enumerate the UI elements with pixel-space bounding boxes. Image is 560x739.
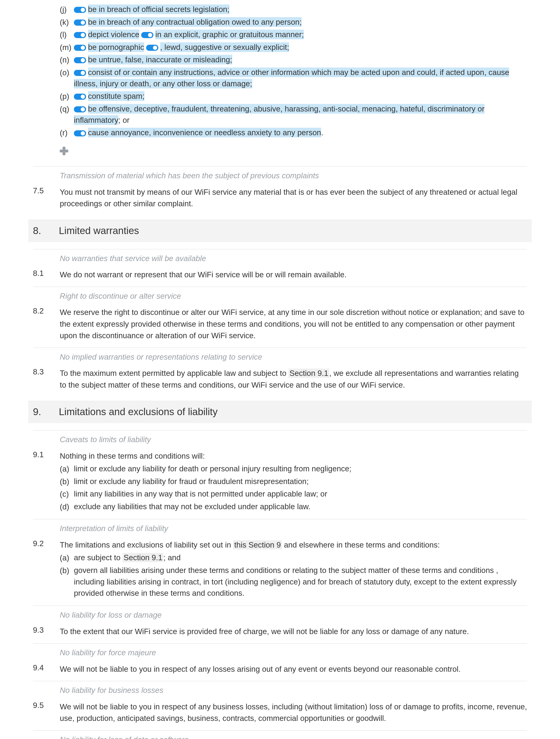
clause-8-2: 8.2 We reserve the right to discontinue … — [33, 304, 527, 344]
section-8-header: 8. Limited warranties — [28, 219, 532, 242]
sub-item: (n)be untrue, false, inaccurate or misle… — [60, 54, 527, 66]
sub-item: (d)exclude any liabilities that may not … — [60, 501, 527, 513]
toggle-icon[interactable] — [146, 45, 158, 51]
sub-item: (j)be in breach of official secrets legi… — [60, 4, 527, 15]
sub-item: (c)limit any liabilities in any way that… — [60, 488, 527, 500]
sub-item: (l)depict violencein an explicit, graphi… — [60, 29, 527, 41]
section-9-header: 9. Limitations and exclusions of liabili… — [28, 401, 532, 423]
clause-9-1: 9.1 Nothing in these terms and condition… — [33, 447, 527, 516]
clause-number: 7.5 — [33, 186, 60, 195]
clause-7-5: 7.5 You must not transmit by means of ou… — [33, 183, 527, 212]
section-title: Limited warranties — [59, 225, 139, 237]
cross-ref-9-1[interactable]: Section 9.1 — [288, 368, 329, 378]
caption-9-3: No liability for loss or damage — [33, 606, 527, 623]
toggle-icon[interactable] — [74, 70, 86, 76]
caption-9-2: Interpretation of limits of liability — [33, 519, 527, 536]
sub-item-b: (b)govern all liabilities arising under … — [60, 565, 527, 599]
sub-item: (q)be offensive, deceptive, fraudulent, … — [60, 103, 527, 126]
sub-item: (r)cause annoyance, inconvenience or nee… — [60, 127, 527, 139]
toggle-icon[interactable] — [74, 32, 86, 38]
clause-9-5: 9.5We will not be liable to you in respe… — [33, 698, 527, 727]
icon-row — [33, 142, 527, 163]
sub-item: (a)limit or exclude any liability for de… — [60, 463, 527, 475]
target-icon — [60, 147, 68, 155]
caption-8-3: No implied warranties or representations… — [33, 348, 527, 365]
toggle-icon[interactable] — [74, 19, 86, 26]
caption-text: Transmission of material which has been … — [60, 171, 319, 180]
toggle-icon[interactable] — [74, 57, 86, 63]
sub-item: (p)constitute spam; — [60, 91, 527, 102]
toggle-icon[interactable] — [74, 130, 86, 136]
caption-8-2: Right to discontinue or alter service — [33, 287, 527, 304]
caption-8-1: No warranties that service will be avail… — [33, 249, 527, 266]
caption-9-6: No liability for loss of data or softwar… — [33, 730, 527, 739]
caption-9-1: Caveats to limits of liability — [33, 430, 527, 447]
cross-ref-section-9[interactable]: this Section 9 — [233, 540, 282, 550]
clause-8-1: 8.1 We do not warrant or represent that … — [33, 266, 527, 283]
toggle-icon[interactable] — [74, 45, 86, 51]
clause-9-3: 9.3To the extent that our WiFi service i… — [33, 623, 527, 640]
toggle-icon[interactable] — [74, 7, 86, 13]
toggle-icon[interactable] — [74, 94, 86, 100]
caption-7-5: Transmission of material which has been … — [33, 166, 527, 183]
sub-item: (m)be pornographic, lewd, suggestive or … — [60, 42, 527, 53]
sub-item: (k)be in breach of any contractual oblig… — [60, 16, 527, 28]
cross-ref-9-1-b[interactable]: Section 9.1 — [123, 553, 163, 562]
sub-item-a: (a)are subject to Section 9.1; and — [60, 552, 527, 564]
sub-item: (b)limit or exclude any liability for fr… — [60, 476, 527, 487]
caption-9-4: No liability for force majeure — [33, 643, 527, 660]
caption-9-5: No liability for business losses — [33, 681, 527, 698]
sub-item: (o)consist of or contain any instruction… — [60, 67, 527, 90]
clause-7-4-items: (j)be in breach of official secrets legi… — [33, 0, 527, 142]
section-number: 8. — [33, 225, 59, 237]
clause-body: You must not transmit by means of our Wi… — [60, 186, 527, 209]
toggle-icon[interactable] — [74, 106, 86, 113]
clause-8-3: 8.3 To the maximum extent permitted by a… — [33, 364, 527, 394]
toggle-icon[interactable] — [141, 32, 153, 38]
clause-9-2: 9.2 The limitations and exclusions of li… — [33, 536, 527, 602]
clause-9-4: 9.4We will not be liable to you in respe… — [33, 660, 527, 678]
